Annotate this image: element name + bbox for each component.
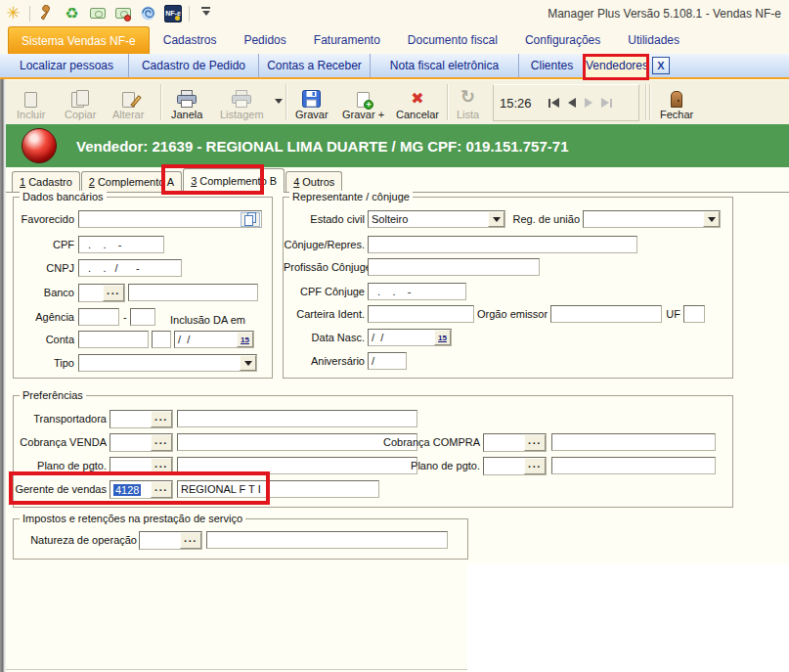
plano-pgto-venda-code-input[interactable] xyxy=(110,458,151,474)
calendar-button[interactable]: 15 xyxy=(434,330,451,345)
dropdown-arrow-icon[interactable] xyxy=(703,211,720,227)
cpf-input[interactable]: . . - xyxy=(78,236,164,253)
cobranca-compra-nome-input[interactable] xyxy=(551,433,716,451)
uf-input[interactable] xyxy=(683,305,705,323)
conta-input[interactable] xyxy=(78,331,149,348)
banco-lookup[interactable]: ··· xyxy=(78,284,125,302)
dropdown-arrow-icon[interactable] xyxy=(488,211,504,227)
dropdown-arrow-icon[interactable] xyxy=(240,355,256,371)
plano-pgto-venda-label: Plano de pgto. xyxy=(14,460,107,471)
estado-civil-combobox[interactable]: Solteiro xyxy=(368,210,505,228)
natureza-operacao-code-input[interactable] xyxy=(140,532,180,549)
plano-pgto-venda-browse-button[interactable]: ··· xyxy=(151,458,172,474)
cobranca-compra-browse-button[interactable]: ··· xyxy=(524,434,546,451)
transportadora-code-input[interactable] xyxy=(110,411,151,427)
doc-tab-contas-receber[interactable]: Contas a Receber xyxy=(259,54,371,77)
data-nasc-input[interactable]: / / 15 xyxy=(368,329,452,346)
lista-button[interactable]: Lista xyxy=(454,83,482,122)
tab-complemento-b[interactable]: 3Complemento B xyxy=(183,168,285,193)
quick-access-toolbar: NF-e xyxy=(4,4,215,22)
cobranca-venda-code-input[interactable] xyxy=(110,434,151,451)
cpf-conjuge-input[interactable]: . . - xyxy=(368,283,466,300)
swirl-icon[interactable] xyxy=(139,4,157,22)
menu-item-utilidades[interactable]: Utilidades xyxy=(614,26,693,54)
natureza-operacao-browse-button[interactable]: ··· xyxy=(180,532,201,549)
copy-name-button[interactable] xyxy=(241,212,260,227)
profissao-input[interactable] xyxy=(368,258,540,276)
calendar-button[interactable]: 15 xyxy=(237,332,253,347)
plano-pgto-venda-nome-input[interactable] xyxy=(177,457,417,474)
fechar-button[interactable]: Fechar xyxy=(657,83,696,122)
nfe-badge-icon[interactable]: NF-e xyxy=(164,5,182,22)
agencia-digito-input[interactable] xyxy=(130,308,155,326)
listagem-button[interactable]: Listagem xyxy=(217,83,267,122)
tab-complemento-a[interactable]: 2Complemento A xyxy=(81,171,182,192)
plano-pgto-compra-nome-input[interactable] xyxy=(551,457,716,474)
gravar-button[interactable]: Gravar xyxy=(292,83,331,122)
inclusao-da-date-input[interactable]: / / 15 xyxy=(174,331,254,348)
gerente-vendas-nome-input[interactable]: REGIONAL F T I xyxy=(177,480,379,498)
tipo-combobox[interactable] xyxy=(78,354,257,372)
orgao-emissor-input[interactable] xyxy=(550,305,662,323)
tab-cadastro[interactable]: 1Cadastro xyxy=(12,171,80,192)
app-asterisk-icon[interactable] xyxy=(4,4,22,22)
cancelar-button[interactable]: Cancelar xyxy=(393,83,442,122)
banco-browse-button[interactable]: ··· xyxy=(103,285,124,301)
gerente-vendas-code-input[interactable]: 4128 xyxy=(110,481,151,498)
banco-nome-input[interactable] xyxy=(128,284,258,301)
gerente-vendas-lookup[interactable]: 4128 ··· xyxy=(110,480,173,499)
agencia-input[interactable] xyxy=(78,308,119,326)
plano-pgto-compra-code-input[interactable] xyxy=(484,458,524,474)
gravar-mais-button[interactable]: + Gravar + xyxy=(339,83,387,122)
doc-tab-localizar-pessoas[interactable]: Localizar pessoas xyxy=(5,54,129,77)
favorecido-input[interactable] xyxy=(78,210,262,228)
conta-digito-input[interactable] xyxy=(152,331,171,348)
doc-tab-clientes[interactable]: Clientes xyxy=(519,54,586,77)
carteira-input[interactable] xyxy=(368,305,474,323)
copiar-button[interactable]: Copiar xyxy=(62,83,99,122)
menu-item-faturamento[interactable]: Faturamento xyxy=(300,26,394,54)
money-stop-icon[interactable] xyxy=(113,4,132,22)
natureza-operacao-nome-input[interactable] xyxy=(206,531,448,549)
refresh-icon[interactable] xyxy=(63,4,81,22)
doc-tab-nota-fiscal[interactable]: Nota fiscal eletrônica xyxy=(371,54,519,77)
gerente-vendas-browse-button[interactable]: ··· xyxy=(151,481,172,498)
transportadora-browse-button[interactable]: ··· xyxy=(151,411,172,427)
money-icon[interactable] xyxy=(88,4,107,22)
cnpj-input[interactable]: . . / - xyxy=(78,259,182,277)
cobranca-venda-nome-input[interactable] xyxy=(177,433,417,451)
conjuge-input[interactable] xyxy=(368,236,637,253)
tab-outros[interactable]: 4Outros xyxy=(285,171,342,192)
plano-pgto-venda-lookup[interactable]: ··· xyxy=(110,457,173,475)
natureza-operacao-lookup[interactable]: ··· xyxy=(139,531,202,550)
doc-tab-cadastro-pedido[interactable]: Cadastro de Pedido xyxy=(129,54,259,77)
nav-next-button[interactable] xyxy=(585,98,592,108)
cobranca-compra-lookup[interactable]: ··· xyxy=(483,433,547,452)
plano-pgto-compra-lookup[interactable]: ··· xyxy=(483,457,547,475)
transportadora-nome-input[interactable] xyxy=(177,410,417,427)
cobranca-venda-browse-button[interactable]: ··· xyxy=(151,434,172,451)
cobranca-venda-lookup[interactable]: ··· xyxy=(110,433,173,452)
nav-last-button[interactable] xyxy=(601,98,612,108)
cobranca-compra-code-input[interactable] xyxy=(484,434,524,451)
menu-item-sistema[interactable]: Sistema Vendas NF-e xyxy=(8,26,150,54)
listagem-dropdown-arrow[interactable] xyxy=(272,83,285,122)
nav-prev-button[interactable] xyxy=(568,98,576,108)
reg-uniao-combobox[interactable] xyxy=(583,210,721,228)
incluir-button[interactable]: Incluir xyxy=(14,83,48,122)
menu-item-configuracoes[interactable]: Configurações xyxy=(511,26,614,54)
close-tab-button[interactable]: X xyxy=(652,57,670,74)
doc-tab-vendedores[interactable]: Vendedores xyxy=(586,54,648,77)
menu-item-documento-fiscal[interactable]: Documento fiscal xyxy=(394,26,511,54)
transportadora-lookup[interactable]: ··· xyxy=(110,410,173,428)
nav-first-button[interactable] xyxy=(548,98,559,108)
menu-item-cadastros[interactable]: Cadastros xyxy=(150,26,231,54)
janela-button[interactable]: Janela xyxy=(168,83,205,122)
banco-code-input[interactable] xyxy=(79,285,103,301)
aniversario-input[interactable]: / xyxy=(368,352,407,370)
toolbar-options-icon[interactable] xyxy=(197,4,215,22)
menu-item-pedidos[interactable]: Pedidos xyxy=(230,26,299,54)
alterar-button[interactable]: Alterar xyxy=(110,83,147,122)
wrench-icon[interactable] xyxy=(37,4,56,22)
plano-pgto-compra-browse-button[interactable]: ··· xyxy=(524,458,546,474)
